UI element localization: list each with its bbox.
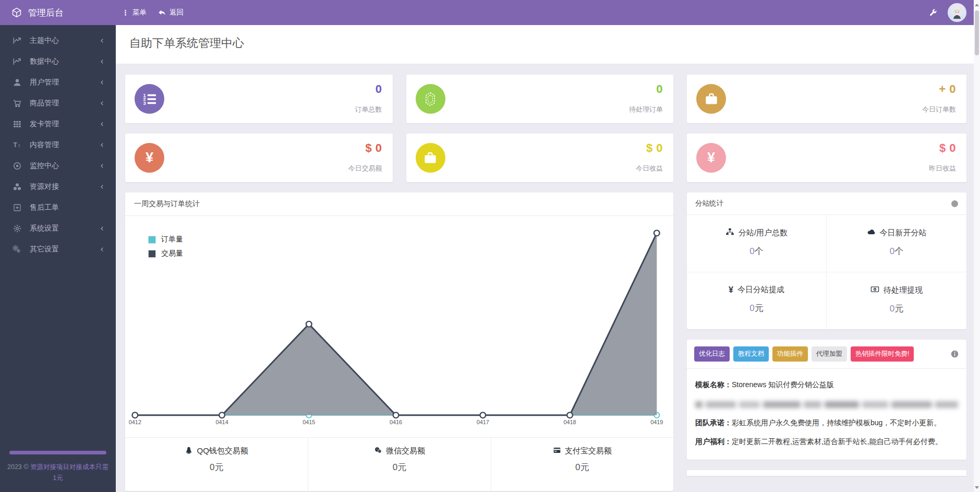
admin-dashboard: 管理后台 菜单 返回 [0, 0, 980, 492]
payment-cell: 微信交易额0元 [308, 438, 490, 491]
stat-value: 0 [376, 82, 382, 96]
benefit-text: 定时更新二开教程,运营素材,适合新手站长,能自己动手何必付费。 [732, 437, 942, 446]
badge-5[interactable]: 热销插件限时免费! [851, 346, 914, 362]
topbar-right [928, 3, 974, 22]
stat-card-total-orders: 1230订单总数 [125, 75, 393, 123]
svg-text:T: T [14, 141, 18, 149]
stat-label: 待处理订单 [629, 105, 663, 114]
user-icon [13, 78, 22, 87]
menu-button-label: 菜单 [132, 8, 147, 17]
substation-value: 0个 [690, 245, 823, 257]
promise-label: 团队承诺： [695, 418, 732, 427]
gears-icon [13, 245, 22, 254]
sidebar-item-9[interactable]: 售后工单 [0, 197, 116, 218]
stat-value: 0 [656, 82, 663, 96]
sidebar-item-5[interactable]: 发卡管理 [0, 114, 116, 135]
legend-label: 订单量 [161, 235, 183, 244]
sidebar-item-label: 其它设置 [30, 245, 59, 254]
promise-line: 团队承诺：彩虹系统用户永久免费使用，持续维护模板bug，不定时小更新。 [695, 417, 958, 429]
sidebar-item-10[interactable]: 系统设置 [0, 218, 116, 239]
partial-card [687, 470, 966, 476]
svg-text:0: 0 [875, 288, 876, 291]
cloud-icon [867, 227, 876, 238]
substation-label: ¥今日分站提成 [729, 285, 784, 295]
legend-swatch [148, 250, 156, 258]
topbar: 管理后台 菜单 返回 [0, 0, 974, 25]
menu-button[interactable]: 菜单 [122, 8, 147, 17]
substation-label-text: 待处理提现 [884, 285, 923, 295]
sidebar-item-6[interactable]: TI内容管理 [0, 135, 116, 155]
substation-value: 0元 [830, 303, 963, 315]
scrollbar-thumb[interactable] [975, 10, 979, 55]
legend-item[interactable]: 订单量 [148, 235, 183, 244]
text-icon: TI [13, 140, 22, 150]
legend-item[interactable]: 交易量 [148, 249, 183, 258]
chevron-left-icon [99, 142, 105, 148]
page-title: 自助下单系统管理中心 [129, 35, 960, 51]
sidebar-item-2[interactable]: 数据中心 [0, 51, 116, 72]
template-name-line: 模板名称：Storenews 知识付费分销公益版 [695, 379, 958, 391]
substation-number: 0 [749, 246, 754, 256]
stat-value: $ 0 [646, 141, 663, 155]
plus-square-icon [13, 203, 22, 212]
brand-title: 管理后台 [28, 7, 64, 19]
stat-label: 订单总数 [355, 105, 382, 114]
stat-label: 今日收益 [636, 164, 663, 173]
benefit-label: 用户福利： [695, 437, 732, 446]
footer-link[interactable]: 资源对接项目对接成本只需1元 [30, 463, 108, 482]
substation-value: 0个 [830, 245, 963, 257]
payment-value: 0元 [495, 461, 669, 473]
legend-swatch [148, 236, 156, 244]
legend-label: 交易量 [161, 249, 183, 258]
substation-unit: 个 [755, 246, 764, 256]
sidebar-item-label: 用户管理 [30, 78, 59, 87]
sidebar-item-1[interactable]: 主题中心 [0, 30, 116, 51]
chart-legend: 订单量交易量 [148, 235, 183, 258]
substation-label-text: 今日新开分站 [880, 228, 927, 238]
weekly-chart-card: 一周交易与订单统计 订单量交易量 04120414041504160417041… [125, 193, 673, 491]
chart-body: 订单量交易量 0412041404150416041704180419 [125, 216, 673, 437]
chart-line-icon [13, 57, 22, 66]
briefcase-icon [416, 143, 445, 173]
scrollbar-down-arrow[interactable] [974, 484, 980, 491]
scrollbar-up-arrow[interactable] [974, 1, 980, 8]
sidebar-item-11[interactable]: 其它设置 [0, 239, 116, 260]
chevron-left-icon [99, 225, 105, 232]
chevron-left-icon [99, 184, 105, 190]
sidebar-progress-bar [9, 451, 106, 454]
svg-text:0416: 0416 [390, 419, 402, 425]
wrench-icon[interactable] [928, 8, 937, 17]
substation-label-text: 今日分站提成 [737, 285, 784, 295]
copyright-year: 2023 © [7, 463, 30, 471]
payment-value: 0元 [312, 461, 486, 473]
substation-label: 今日新开分站 [867, 227, 927, 238]
avatar[interactable] [948, 3, 966, 22]
sidebar-item-4[interactable]: 商品管理 [0, 93, 116, 114]
area-chart: 0412041404150416041704180419 [125, 216, 673, 437]
sidebar-item-label: 数据中心 [30, 57, 59, 66]
stat-card-today-orders: + 0今日订单数 [687, 75, 966, 123]
menu-bars-icon [122, 9, 129, 16]
sidebar-copyright: 2023 © 资源对接项目对接成本只需1元 [7, 462, 108, 484]
sidebar-item-label: 资源对接 [30, 182, 59, 191]
chevron-left-icon [99, 38, 105, 44]
sidebar-item-label: 商品管理 [30, 99, 59, 108]
badge-4[interactable]: 代理加盟 [812, 346, 847, 362]
substation-grid: 分站/用户总数0个今日新开分站0个¥今日分站提成0元0待处理提现0元 [687, 215, 966, 329]
substation-cell: ¥今日分站提成0元 [687, 272, 827, 329]
back-button[interactable]: 返回 [158, 8, 184, 17]
badge-1[interactable]: 优化日志 [694, 346, 730, 362]
stat-value: $ 0 [939, 141, 956, 155]
badge-3[interactable]: 功能插件 [772, 346, 808, 362]
redacted-text [695, 399, 958, 410]
sidebar-item-8[interactable]: 资源对接 [0, 176, 116, 197]
badge-2[interactable]: 教程文档 [733, 346, 769, 362]
brand[interactable]: 管理后台 [0, 7, 116, 19]
substation-unit: 元 [894, 304, 903, 314]
sidebar-item-7[interactable]: 监控中心 [0, 155, 116, 176]
svg-text:3: 3 [143, 100, 146, 105]
svg-text:0418: 0418 [563, 419, 576, 425]
sidebar-item-label: 发卡管理 [30, 119, 59, 129]
sidebar-item-3[interactable]: 用户管理 [0, 72, 116, 93]
substation-label: 分站/用户总数 [725, 227, 788, 238]
